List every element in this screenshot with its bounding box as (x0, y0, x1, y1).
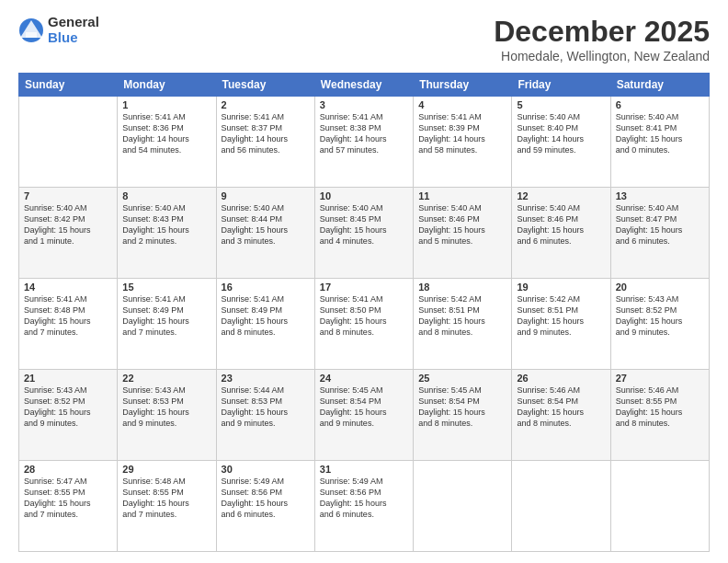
calendar-cell-1-2: 9Sunrise: 5:40 AMSunset: 8:44 PMDaylight… (216, 188, 314, 279)
calendar-cell-0-4: 4Sunrise: 5:41 AMSunset: 8:39 PMDaylight… (414, 97, 512, 188)
header-monday: Monday (118, 74, 216, 97)
day-info: Sunrise: 5:42 AMSunset: 8:51 PMDaylight:… (418, 293, 506, 339)
calendar-cell-4-5 (512, 461, 610, 552)
header-saturday: Saturday (610, 74, 709, 97)
day-number: 10 (320, 190, 408, 201)
day-number: 11 (418, 190, 506, 201)
day-info: Sunrise: 5:40 AMSunset: 8:43 PMDaylight:… (122, 202, 210, 247)
calendar-cell-1-4: 11Sunrise: 5:40 AMSunset: 8:46 PMDayligh… (414, 188, 512, 279)
day-number: 1 (122, 99, 210, 110)
day-number: 16 (222, 282, 310, 293)
calendar-cell-3-6: 27Sunrise: 5:46 AMSunset: 8:55 PMDayligh… (610, 370, 709, 461)
day-number: 28 (24, 464, 112, 475)
title-block: December 2025 Homedale, Wellington, New … (494, 15, 710, 63)
day-info: Sunrise: 5:41 AMSunset: 8:36 PMDaylight:… (122, 111, 210, 156)
day-info: Sunrise: 5:41 AMSunset: 8:38 PMDaylight:… (320, 111, 408, 156)
day-info: Sunrise: 5:40 AMSunset: 8:47 PMDaylight:… (616, 202, 704, 247)
day-info: Sunrise: 5:49 AMSunset: 8:56 PMDaylight:… (222, 476, 310, 521)
day-info: Sunrise: 5:40 AMSunset: 8:45 PMDaylight:… (320, 202, 408, 247)
day-info: Sunrise: 5:41 AMSunset: 8:50 PMDaylight:… (320, 293, 408, 339)
day-info: Sunrise: 5:43 AMSunset: 8:53 PMDaylight:… (122, 385, 210, 430)
day-info: Sunrise: 5:43 AMSunset: 8:52 PMDaylight:… (24, 385, 112, 430)
calendar-cell-2-5: 19Sunrise: 5:42 AMSunset: 8:51 PMDayligh… (512, 279, 610, 370)
day-info: Sunrise: 5:45 AMSunset: 8:54 PMDaylight:… (320, 385, 408, 430)
day-number: 14 (24, 282, 112, 293)
header: General Blue December 2025 Homedale, Wel… (18, 15, 710, 63)
calendar-cell-3-2: 23Sunrise: 5:44 AMSunset: 8:53 PMDayligh… (216, 370, 314, 461)
day-info: Sunrise: 5:48 AMSunset: 8:55 PMDaylight:… (122, 476, 210, 521)
day-info: Sunrise: 5:47 AMSunset: 8:55 PMDaylight:… (24, 476, 112, 521)
day-number: 27 (616, 373, 704, 384)
day-number: 3 (320, 99, 408, 110)
calendar-cell-1-1: 8Sunrise: 5:40 AMSunset: 8:43 PMDaylight… (118, 188, 216, 279)
calendar-cell-0-3: 3Sunrise: 5:41 AMSunset: 8:38 PMDaylight… (314, 97, 413, 188)
day-number: 5 (517, 99, 605, 110)
logo-blue-text: Blue (48, 30, 99, 46)
month-title: December 2025 (494, 15, 710, 49)
day-number: 17 (320, 282, 408, 293)
logo: General Blue (18, 15, 99, 45)
calendar-cell-1-6: 13Sunrise: 5:40 AMSunset: 8:47 PMDayligh… (610, 188, 709, 279)
day-number: 26 (517, 373, 605, 384)
header-wednesday: Wednesday (314, 74, 413, 97)
calendar-table: Sunday Monday Tuesday Wednesday Thursday… (18, 73, 710, 552)
calendar-week-3: 14Sunrise: 5:41 AMSunset: 8:48 PMDayligh… (19, 279, 710, 370)
day-number: 20 (616, 282, 704, 293)
day-number: 31 (320, 464, 408, 475)
day-number: 15 (122, 282, 210, 293)
day-number: 18 (418, 282, 506, 293)
calendar-cell-0-6: 6Sunrise: 5:40 AMSunset: 8:41 PMDaylight… (610, 97, 709, 188)
day-info: Sunrise: 5:41 AMSunset: 8:49 PMDaylight:… (222, 293, 310, 339)
day-info: Sunrise: 5:40 AMSunset: 8:44 PMDaylight:… (222, 202, 310, 247)
svg-rect-2 (26, 32, 37, 38)
calendar-week-2: 7Sunrise: 5:40 AMSunset: 8:42 PMDaylight… (19, 188, 710, 279)
calendar-cell-2-1: 15Sunrise: 5:41 AMSunset: 8:49 PMDayligh… (118, 279, 216, 370)
day-info: Sunrise: 5:43 AMSunset: 8:52 PMDaylight:… (616, 293, 704, 339)
day-number: 23 (222, 373, 310, 384)
day-info: Sunrise: 5:46 AMSunset: 8:55 PMDaylight:… (616, 385, 704, 430)
calendar-cell-3-4: 25Sunrise: 5:45 AMSunset: 8:54 PMDayligh… (414, 370, 512, 461)
calendar-cell-2-4: 18Sunrise: 5:42 AMSunset: 8:51 PMDayligh… (414, 279, 512, 370)
calendar-cell-3-3: 24Sunrise: 5:45 AMSunset: 8:54 PMDayligh… (314, 370, 413, 461)
calendar-cell-2-3: 17Sunrise: 5:41 AMSunset: 8:50 PMDayligh… (314, 279, 413, 370)
day-number: 9 (222, 190, 310, 201)
day-number: 2 (222, 99, 310, 110)
day-number: 19 (517, 282, 605, 293)
header-tuesday: Tuesday (216, 74, 314, 97)
day-number: 30 (222, 464, 310, 475)
day-info: Sunrise: 5:41 AMSunset: 8:48 PMDaylight:… (24, 293, 112, 339)
calendar-cell-2-6: 20Sunrise: 5:43 AMSunset: 8:52 PMDayligh… (610, 279, 709, 370)
day-info: Sunrise: 5:40 AMSunset: 8:46 PMDaylight:… (418, 202, 506, 247)
day-number: 22 (122, 373, 210, 384)
calendar-cell-4-4 (414, 461, 512, 552)
logo-icon (18, 17, 44, 43)
day-info: Sunrise: 5:44 AMSunset: 8:53 PMDaylight:… (222, 385, 310, 430)
day-number: 24 (320, 373, 408, 384)
calendar-week-5: 28Sunrise: 5:47 AMSunset: 8:55 PMDayligh… (19, 461, 710, 552)
calendar-cell-2-0: 14Sunrise: 5:41 AMSunset: 8:48 PMDayligh… (19, 279, 118, 370)
day-info: Sunrise: 5:41 AMSunset: 8:39 PMDaylight:… (418, 111, 506, 156)
page: General Blue December 2025 Homedale, Wel… (0, 0, 728, 563)
calendar-cell-4-0: 28Sunrise: 5:47 AMSunset: 8:55 PMDayligh… (19, 461, 118, 552)
calendar-week-4: 21Sunrise: 5:43 AMSunset: 8:52 PMDayligh… (19, 370, 710, 461)
location: Homedale, Wellington, New Zealand (494, 49, 710, 63)
day-info: Sunrise: 5:40 AMSunset: 8:41 PMDaylight:… (616, 111, 704, 156)
day-number: 25 (418, 373, 506, 384)
calendar-cell-4-1: 29Sunrise: 5:48 AMSunset: 8:55 PMDayligh… (118, 461, 216, 552)
day-number: 8 (122, 190, 210, 201)
calendar-cell-4-3: 31Sunrise: 5:49 AMSunset: 8:56 PMDayligh… (314, 461, 413, 552)
calendar-header-row: Sunday Monday Tuesday Wednesday Thursday… (19, 74, 710, 97)
day-info: Sunrise: 5:49 AMSunset: 8:56 PMDaylight:… (320, 476, 408, 521)
calendar-cell-1-3: 10Sunrise: 5:40 AMSunset: 8:45 PMDayligh… (314, 188, 413, 279)
day-info: Sunrise: 5:41 AMSunset: 8:37 PMDaylight:… (222, 111, 310, 156)
day-number: 29 (122, 464, 210, 475)
header-sunday: Sunday (19, 74, 118, 97)
day-info: Sunrise: 5:46 AMSunset: 8:54 PMDaylight:… (517, 385, 605, 430)
calendar-week-1: 1Sunrise: 5:41 AMSunset: 8:36 PMDaylight… (19, 97, 710, 188)
calendar-cell-3-0: 21Sunrise: 5:43 AMSunset: 8:52 PMDayligh… (19, 370, 118, 461)
header-friday: Friday (512, 74, 610, 97)
calendar-cell-0-0 (19, 97, 118, 188)
calendar-cell-3-5: 26Sunrise: 5:46 AMSunset: 8:54 PMDayligh… (512, 370, 610, 461)
calendar-cell-4-6 (610, 461, 709, 552)
calendar-cell-0-1: 1Sunrise: 5:41 AMSunset: 8:36 PMDaylight… (118, 97, 216, 188)
